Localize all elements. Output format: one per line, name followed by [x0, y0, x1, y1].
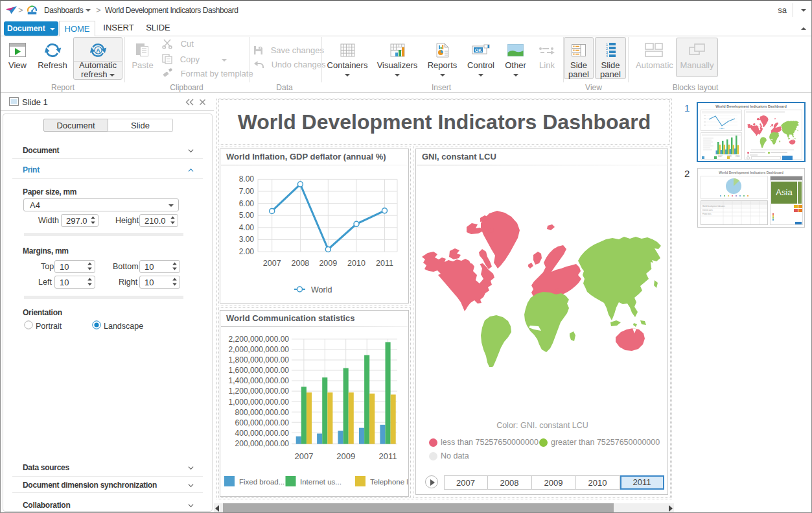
svg-text:OK: OK	[475, 48, 482, 53]
svg-text:2.00: 2.00	[239, 247, 255, 256]
svg-text:8.00: 8.00	[239, 174, 255, 184]
svg-text:2008: 2008	[291, 259, 309, 268]
svg-text:1,200,000,000.00: 1,200,000,000.00	[229, 387, 290, 396]
svg-text:Phone lines: Phone lines	[702, 213, 712, 215]
svg-text:2,000,000,000.00: 2,000,000,000.00	[229, 345, 290, 354]
svg-text:1,800,000,000.00: 1,800,000,000.00	[229, 355, 290, 364]
svg-text:Telephone l...: Telephone l...	[370, 478, 408, 486]
svg-text:600,000,000.00: 600,000,000.00	[235, 418, 290, 427]
svg-text:4: 4	[606, 54, 608, 57]
svg-text:2010: 2010	[347, 259, 365, 268]
svg-text:~~~~~~~~~~: ~~~~~~~~~~	[775, 219, 785, 221]
svg-text:2011: 2011	[376, 259, 393, 268]
svg-text:2011: 2011	[736, 155, 740, 158]
svg-text:World Development Indicators: World Development Indicators	[702, 205, 725, 208]
svg-text:2007: 2007	[294, 451, 313, 461]
svg-text:800,000,000.00: 800,000,000.00	[235, 408, 290, 417]
svg-text:3.00: 3.00	[239, 235, 255, 244]
svg-text:Internet users: Internet users	[702, 209, 713, 211]
svg-text:2009: 2009	[336, 451, 355, 461]
svg-text:2007: 2007	[718, 155, 723, 158]
svg-text:Internet us...: Internet us...	[300, 478, 342, 486]
svg-text:1,000,000,000.00: 1,000,000,000.00	[229, 398, 290, 407]
svg-text:6.00: 6.00	[239, 199, 255, 208]
svg-text:7.00: 7.00	[239, 187, 255, 196]
svg-text:World: World	[311, 285, 332, 294]
svg-text:4.00: 4.00	[239, 223, 255, 232]
svg-text:Fixed broad...: Fixed broad...	[239, 478, 284, 486]
svg-text:5.00: 5.00	[239, 211, 255, 220]
svg-text:1,400,000,000.00: 1,400,000,000.00	[229, 376, 290, 385]
svg-text:A: A	[96, 47, 100, 54]
svg-text:2011: 2011	[379, 451, 397, 461]
svg-text:2,200,000,000.00: 2,200,000,000.00	[229, 335, 290, 344]
svg-text:200,000,000.00: 200,000,000.00	[235, 439, 290, 448]
svg-text:2009: 2009	[319, 259, 337, 268]
svg-text:2007: 2007	[263, 259, 281, 268]
svg-text:1,600,000,000.00: 1,600,000,000.00	[229, 366, 290, 375]
svg-text:400,000,000.00: 400,000,000.00	[235, 429, 290, 438]
